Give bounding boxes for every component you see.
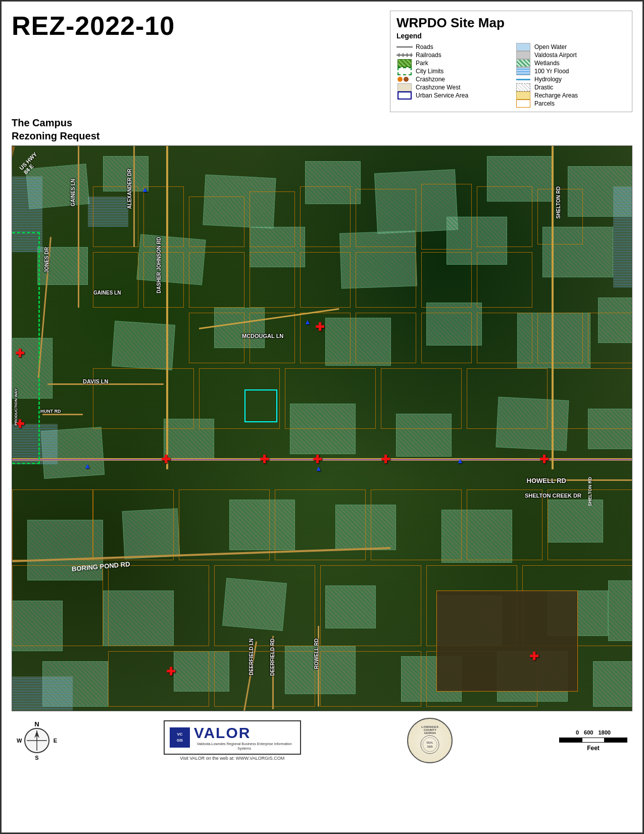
blue-marker-1: ▲: [141, 185, 148, 193]
parcel-33: [93, 489, 174, 560]
parcel-9: [537, 189, 583, 244]
legend-item-100yr: 100 Yr Flood: [515, 67, 626, 75]
footer-area: N S E W VC GIS: [12, 715, 632, 766]
scale-bar: 0 600 1800 Feet: [559, 729, 627, 752]
legend-symbol-city-limits: [397, 67, 413, 75]
parcel-31: [553, 368, 632, 429]
subtitle-line2: Rezoning Request: [12, 129, 632, 142]
legend-item-drastic: Drastic: [515, 83, 626, 91]
parcel-24: [537, 313, 583, 363]
legend-symbol-crashzone: [397, 75, 413, 83]
svg-text:GIS: GIS: [177, 739, 183, 742]
parcel-39: [12, 565, 103, 646]
compass-w: W: [17, 738, 22, 744]
red-cross-2: ✚: [15, 419, 24, 430]
parcel-23: [477, 313, 532, 363]
county-seal: LOWNDES COUNTY GEORGIA SEAL 1825: [407, 718, 453, 763]
map-title: WRPDO Site Map: [397, 15, 626, 31]
parcel-22: [421, 313, 472, 363]
label-shelton-rd-lower: SHELTON RD: [587, 477, 592, 506]
scale-seg-1: [559, 738, 582, 743]
parcel-45: [108, 651, 209, 707]
legend-label-valdosta-airport: Valdosta Airport: [534, 52, 577, 59]
page-container: REZ-2022-10 WRPDO Site Map Legend Roads: [0, 0, 644, 834]
parcel-26: [93, 368, 194, 429]
svg-point-12: [423, 738, 437, 752]
svg-text:SEAL: SEAL: [427, 741, 433, 744]
legend-label-wetlands: Wetlands: [534, 60, 560, 67]
legend-item-crashzone-west: Crashzone West: [397, 83, 507, 91]
parcel-7: [421, 184, 472, 250]
legend-label-100yr: 100 Yr Flood: [534, 68, 569, 75]
parcel-18: [189, 313, 244, 363]
parcel-34: [179, 489, 270, 560]
svg-rect-8: [171, 728, 189, 747]
wetland-area-8: [37, 247, 88, 285]
legend-label-open-water: Open Water: [534, 43, 567, 51]
legend-item-city-limits: City Limits: [397, 67, 507, 75]
compass-n: N: [34, 720, 39, 728]
legend-symbol-urban: [397, 91, 413, 100]
legend-label-crashzone-west: Crashzone West: [416, 84, 460, 91]
deerfield-rd: [272, 636, 274, 709]
rez-title: REZ-2022-10: [12, 13, 175, 39]
red-cross-5: ✚: [315, 322, 324, 333]
parcel-32: [12, 489, 93, 560]
red-cross-9: ✚: [166, 666, 175, 677]
legend-item-parcels: Parcels: [515, 100, 626, 108]
legend-panel: WRPDO Site Map Legend Roads Ra: [390, 11, 632, 112]
purple-centerline: [12, 459, 632, 460]
legend-item-wetlands: Wetlands: [515, 59, 626, 67]
legend-symbol-wetlands: [515, 59, 531, 67]
parcel-17: [477, 252, 532, 308]
parcel-29: [381, 368, 462, 429]
blue-marker-5: ▲: [84, 462, 91, 470]
scale-label: Feet: [587, 745, 600, 752]
parcel-10: [93, 252, 138, 308]
legend-symbol-railroads: [397, 51, 413, 59]
parcel-8: [477, 186, 532, 247]
highlight-box: [244, 389, 277, 422]
blue-marker-2: ▲: [304, 318, 311, 326]
parcel-37: [467, 489, 542, 560]
legend-item-open-water: Open Water: [515, 43, 626, 51]
legend-item-urban: Urban Service Area: [397, 91, 507, 100]
legend-item-crashzone: Crashzone: [397, 75, 507, 83]
red-cross-4: ✚: [260, 454, 269, 465]
legend-symbol-roads: [397, 43, 413, 51]
legend-symbol-crashzone-west: [397, 83, 413, 91]
legend-item-recharge: Recharge Areas: [515, 91, 626, 100]
compass-e: E: [54, 738, 57, 744]
svg-text:VC: VC: [177, 732, 182, 737]
legend-label-recharge: Recharge Areas: [534, 92, 578, 99]
legend-item-railroads: Railroads: [397, 51, 507, 59]
parcel-12: [189, 252, 244, 308]
legend-label-urban: Urban Service Area: [416, 92, 468, 99]
compass-s: S: [35, 755, 38, 761]
valor-subtitle: Valdosta-Lowndes Regional Business Enter…: [194, 742, 295, 751]
parcel-5: [300, 186, 351, 247]
parcel-14: [300, 252, 351, 308]
flood-area-3: [613, 186, 632, 287]
legend-symbol-parcels: [515, 100, 531, 108]
svg-text:1825: 1825: [427, 745, 433, 748]
shelton-rd: [552, 146, 554, 469]
parcel-41: [214, 565, 315, 646]
large-parcel: [436, 591, 578, 692]
red-cross-3: ✚: [161, 454, 170, 465]
gaines-ln: [78, 146, 79, 308]
map-subtitle: The Campus Rezoning Request: [12, 116, 632, 142]
red-cross-1: ✚: [15, 348, 24, 359]
parcel-42: [320, 565, 421, 646]
legend-label: Legend: [397, 32, 626, 40]
header-area: REZ-2022-10 WRPDO Site Map Legend Roads: [12, 11, 632, 112]
legend-symbol-100yr: [515, 67, 531, 75]
legend-col-left: Roads Railroads Park: [397, 43, 507, 108]
legend-symbol-hydrology: [515, 75, 531, 83]
parcel-4: [250, 191, 295, 247]
scale-graphic: [559, 738, 627, 743]
red-cross-8: ✚: [539, 454, 549, 465]
valor-logo: VC GIS VALOR Valdosta-Lowndes Regional B…: [164, 720, 301, 755]
legend-label-city-limits: City Limits: [416, 68, 443, 75]
parcel-15: [356, 252, 416, 308]
